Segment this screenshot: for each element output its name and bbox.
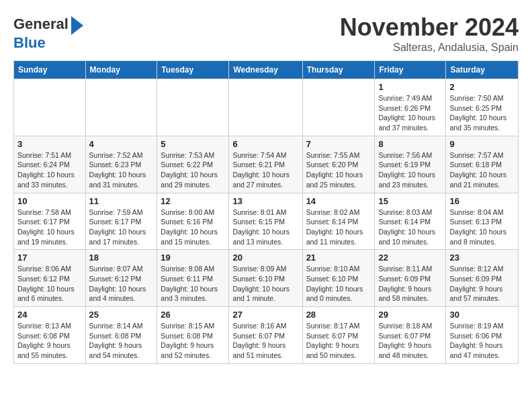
calendar-header-row: SundayMondayTuesdayWednesdayThursdayFrid… <box>14 61 519 79</box>
day-info: Sunrise: 8:16 AM Sunset: 6:07 PM Dayligh… <box>232 321 298 361</box>
calendar-cell: 4Sunrise: 7:52 AM Sunset: 6:23 PM Daylig… <box>85 136 157 193</box>
day-info: Sunrise: 8:17 AM Sunset: 6:07 PM Dayligh… <box>306 321 371 361</box>
day-number: 25 <box>89 310 154 320</box>
calendar-cell: 14Sunrise: 8:02 AM Sunset: 6:14 PM Dayli… <box>302 193 375 250</box>
header-wednesday: Wednesday <box>229 61 302 79</box>
day-number: 23 <box>449 253 515 263</box>
logo-arrow-icon <box>71 16 83 35</box>
day-info: Sunrise: 8:00 AM Sunset: 6:16 PM Dayligh… <box>161 208 225 247</box>
day-number: 19 <box>161 253 225 263</box>
calendar-cell: 20Sunrise: 8:09 AM Sunset: 6:10 PM Dayli… <box>229 250 302 307</box>
day-number: 21 <box>306 253 371 263</box>
location-title: Salteras, Andalusia, Spain <box>340 42 519 54</box>
calendar-cell <box>229 79 302 136</box>
calendar-cell <box>14 79 86 136</box>
day-number: 26 <box>161 310 225 320</box>
day-number: 28 <box>306 310 371 320</box>
calendar-cell: 25Sunrise: 8:14 AM Sunset: 6:08 PM Dayli… <box>85 307 157 364</box>
day-number: 3 <box>17 139 82 149</box>
header-saturday: Saturday <box>446 61 519 79</box>
header-monday: Monday <box>85 61 157 79</box>
day-number: 13 <box>232 196 298 206</box>
calendar-cell: 16Sunrise: 8:04 AM Sunset: 6:13 PM Dayli… <box>446 193 519 250</box>
day-info: Sunrise: 7:57 AM Sunset: 6:18 PM Dayligh… <box>449 150 515 190</box>
calendar-cell: 11Sunrise: 7:59 AM Sunset: 6:17 PM Dayli… <box>85 193 157 250</box>
calendar-cell: 15Sunrise: 8:03 AM Sunset: 6:14 PM Dayli… <box>375 193 446 250</box>
calendar-table: SundayMondayTuesdayWednesdayThursdayFrid… <box>13 60 519 364</box>
calendar-cell: 23Sunrise: 8:12 AM Sunset: 6:09 PM Dayli… <box>446 250 519 307</box>
calendar-cell <box>85 79 157 136</box>
day-number: 16 <box>449 196 515 206</box>
day-info: Sunrise: 7:58 AM Sunset: 6:17 PM Dayligh… <box>17 208 82 247</box>
day-number: 5 <box>161 139 225 149</box>
day-info: Sunrise: 7:52 AM Sunset: 6:23 PM Dayligh… <box>89 150 154 190</box>
calendar-cell: 27Sunrise: 8:16 AM Sunset: 6:07 PM Dayli… <box>229 307 302 364</box>
day-number: 15 <box>378 196 442 206</box>
calendar-cell <box>157 79 229 136</box>
day-info: Sunrise: 8:10 AM Sunset: 6:10 PM Dayligh… <box>306 264 371 304</box>
calendar-cell: 12Sunrise: 8:00 AM Sunset: 6:16 PM Dayli… <box>157 193 229 250</box>
day-info: Sunrise: 7:56 AM Sunset: 6:19 PM Dayligh… <box>378 150 442 190</box>
calendar-body: 1Sunrise: 7:49 AM Sunset: 6:26 PM Daylig… <box>14 79 519 364</box>
day-number: 8 <box>378 139 442 149</box>
header-tuesday: Tuesday <box>157 61 229 79</box>
day-number: 9 <box>449 139 515 149</box>
calendar-cell: 24Sunrise: 8:13 AM Sunset: 6:08 PM Dayli… <box>14 307 86 364</box>
day-number: 12 <box>161 196 225 206</box>
calendar-week-row: 3Sunrise: 7:51 AM Sunset: 6:24 PM Daylig… <box>14 136 519 193</box>
day-info: Sunrise: 8:02 AM Sunset: 6:14 PM Dayligh… <box>306 208 371 247</box>
day-number: 10 <box>17 196 82 206</box>
day-number: 24 <box>17 310 82 320</box>
header-friday: Friday <box>375 61 446 79</box>
day-number: 17 <box>17 253 82 263</box>
day-number: 11 <box>89 196 154 206</box>
day-info: Sunrise: 8:04 AM Sunset: 6:13 PM Dayligh… <box>449 208 515 247</box>
calendar-cell: 5Sunrise: 7:53 AM Sunset: 6:22 PM Daylig… <box>157 136 229 193</box>
day-number: 1 <box>378 82 442 92</box>
calendar-cell: 22Sunrise: 8:11 AM Sunset: 6:09 PM Dayli… <box>375 250 446 307</box>
day-info: Sunrise: 8:15 AM Sunset: 6:08 PM Dayligh… <box>161 321 225 361</box>
day-number: 2 <box>449 82 515 92</box>
day-info: Sunrise: 8:01 AM Sunset: 6:15 PM Dayligh… <box>232 208 298 247</box>
day-info: Sunrise: 7:53 AM Sunset: 6:22 PM Dayligh… <box>161 150 225 190</box>
calendar-week-row: 1Sunrise: 7:49 AM Sunset: 6:26 PM Daylig… <box>14 79 519 136</box>
day-number: 20 <box>232 253 298 263</box>
day-info: Sunrise: 8:03 AM Sunset: 6:14 PM Dayligh… <box>378 208 442 247</box>
header-sunday: Sunday <box>14 61 86 79</box>
calendar-cell: 18Sunrise: 8:07 AM Sunset: 6:12 PM Dayli… <box>85 250 157 307</box>
calendar-cell: 17Sunrise: 8:06 AM Sunset: 6:12 PM Dayli… <box>14 250 86 307</box>
calendar-cell <box>302 79 375 136</box>
day-info: Sunrise: 7:59 AM Sunset: 6:17 PM Dayligh… <box>89 208 154 247</box>
day-number: 29 <box>378 310 442 320</box>
calendar-cell: 8Sunrise: 7:56 AM Sunset: 6:19 PM Daylig… <box>375 136 446 193</box>
calendar-cell: 26Sunrise: 8:15 AM Sunset: 6:08 PM Dayli… <box>157 307 229 364</box>
day-number: 18 <box>89 253 154 263</box>
calendar-cell: 1Sunrise: 7:49 AM Sunset: 6:26 PM Daylig… <box>375 79 446 136</box>
logo: General Blue <box>13 13 83 51</box>
calendar-cell: 21Sunrise: 8:10 AM Sunset: 6:10 PM Dayli… <box>302 250 375 307</box>
day-info: Sunrise: 7:49 AM Sunset: 6:26 PM Dayligh… <box>378 93 442 133</box>
calendar-cell: 10Sunrise: 7:58 AM Sunset: 6:17 PM Dayli… <box>14 193 86 250</box>
calendar-cell: 28Sunrise: 8:17 AM Sunset: 6:07 PM Dayli… <box>302 307 375 364</box>
day-info: Sunrise: 8:18 AM Sunset: 6:07 PM Dayligh… <box>378 321 442 361</box>
day-info: Sunrise: 7:50 AM Sunset: 6:25 PM Dayligh… <box>449 93 515 133</box>
day-info: Sunrise: 8:13 AM Sunset: 6:08 PM Dayligh… <box>17 321 82 361</box>
day-number: 14 <box>306 196 371 206</box>
day-number: 7 <box>306 139 371 149</box>
calendar-week-row: 10Sunrise: 7:58 AM Sunset: 6:17 PM Dayli… <box>14 193 519 250</box>
calendar-week-row: 17Sunrise: 8:06 AM Sunset: 6:12 PM Dayli… <box>14 250 519 307</box>
day-info: Sunrise: 8:12 AM Sunset: 6:09 PM Dayligh… <box>449 264 515 304</box>
calendar-cell: 30Sunrise: 8:19 AM Sunset: 6:06 PM Dayli… <box>446 307 519 364</box>
day-info: Sunrise: 8:08 AM Sunset: 6:11 PM Dayligh… <box>161 264 225 304</box>
calendar-cell: 13Sunrise: 8:01 AM Sunset: 6:15 PM Dayli… <box>229 193 302 250</box>
calendar-cell: 6Sunrise: 7:54 AM Sunset: 6:21 PM Daylig… <box>229 136 302 193</box>
calendar-cell: 3Sunrise: 7:51 AM Sunset: 6:24 PM Daylig… <box>14 136 86 193</box>
calendar-cell: 19Sunrise: 8:08 AM Sunset: 6:11 PM Dayli… <box>157 250 229 307</box>
day-info: Sunrise: 8:07 AM Sunset: 6:12 PM Dayligh… <box>89 264 154 304</box>
calendar-week-row: 24Sunrise: 8:13 AM Sunset: 6:08 PM Dayli… <box>14 307 519 364</box>
calendar-cell: 9Sunrise: 7:57 AM Sunset: 6:18 PM Daylig… <box>446 136 519 193</box>
calendar-cell: 29Sunrise: 8:18 AM Sunset: 6:07 PM Dayli… <box>375 307 446 364</box>
day-number: 27 <box>232 310 298 320</box>
day-info: Sunrise: 7:51 AM Sunset: 6:24 PM Dayligh… <box>17 150 82 190</box>
month-title: November 2024 <box>340 13 519 42</box>
